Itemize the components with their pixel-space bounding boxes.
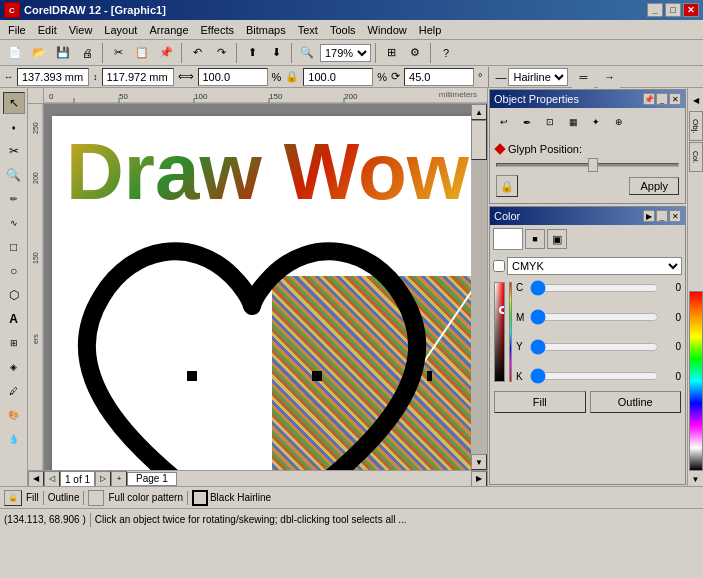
fill-button[interactable]: Fill (494, 391, 586, 413)
rect-tool[interactable]: □ (3, 236, 25, 258)
menu-help[interactable]: Help (413, 22, 448, 38)
status-icon-btn[interactable]: 🔒 (4, 490, 22, 506)
obj-props-close-btn[interactable]: ✕ (669, 93, 681, 105)
x-field[interactable] (17, 68, 89, 86)
table-tool[interactable]: ⊞ (3, 332, 25, 354)
page-next-btn[interactable]: ▷ (95, 471, 111, 487)
zoom-tool[interactable]: 🔍 (3, 164, 25, 186)
color-palette-strip[interactable] (689, 291, 703, 471)
outline-button[interactable]: Outline (590, 391, 682, 413)
menu-window[interactable]: Window (362, 22, 413, 38)
gradient-swatch-btn[interactable]: ▣ (547, 229, 567, 249)
color-close-btn[interactable]: ✕ (669, 210, 681, 222)
col-label-btn[interactable]: Col. (689, 142, 703, 172)
op-btn-1[interactable]: ↩ (493, 111, 515, 133)
redo-btn[interactable]: ↷ (210, 42, 232, 64)
obj-props-min-btn[interactable]: _ (656, 93, 668, 105)
interactive-fill[interactable]: 🎨 (3, 404, 25, 426)
hue-slider[interactable] (509, 282, 512, 382)
canvas-page[interactable]: Draw Wow (52, 116, 482, 470)
polygon-tool[interactable]: ⬡ (3, 284, 25, 306)
fr-btn-1[interactable]: ◀ (689, 90, 703, 110)
menu-arrange[interactable]: Arrange (143, 22, 194, 38)
width-field[interactable] (198, 68, 268, 86)
zoom-select[interactable]: 179% (320, 44, 371, 62)
import-btn[interactable]: ⬆ (241, 42, 263, 64)
scroll-thumb-v[interactable] (471, 120, 487, 160)
open-btn[interactable]: 📂 (28, 42, 50, 64)
menu-layout[interactable]: Layout (98, 22, 143, 38)
crop-tool[interactable]: ✂ (3, 140, 25, 162)
outline-tool[interactable]: 🖊 (3, 380, 25, 402)
save-btn[interactable]: 💾 (52, 42, 74, 64)
swatch-options-btn[interactable]: ■ (525, 229, 545, 249)
cut-btn[interactable]: ✂ (107, 42, 129, 64)
y-slider[interactable] (530, 343, 659, 351)
menu-file[interactable]: File (2, 22, 32, 38)
page-tab-item[interactable]: Page 1 (127, 472, 177, 486)
palette-down-btn[interactable]: ▼ (689, 472, 703, 486)
node-tool[interactable]: ⬧ (3, 116, 25, 138)
bezier-tool[interactable]: ∿ (3, 212, 25, 234)
apply-button[interactable]: Apply (629, 177, 679, 195)
minimize-button[interactable]: _ (647, 3, 663, 17)
copy-btn[interactable]: 📋 (131, 42, 153, 64)
canvas-background[interactable]: Draw Wow (44, 104, 487, 470)
print-btn[interactable]: 🖨 (76, 42, 98, 64)
color-min-btn[interactable]: _ (656, 210, 668, 222)
color-gradient-picker[interactable] (494, 282, 505, 382)
scroll-right-btn[interactable]: ▶ (471, 471, 487, 487)
scroll-up-btn[interactable]: ▲ (471, 104, 487, 120)
maximize-button[interactable]: □ (665, 3, 681, 17)
eyedropper-tool[interactable]: 💧 (3, 428, 25, 450)
vertical-scrollbar[interactable]: ▲ ▼ (471, 104, 487, 470)
op-btn-2[interactable]: ✒ (516, 111, 538, 133)
color-model-select[interactable]: CMYK RGB HSB (507, 257, 682, 275)
y-field[interactable] (102, 68, 174, 86)
menu-edit[interactable]: Edit (32, 22, 63, 38)
select-tool[interactable]: ↖ (3, 92, 25, 114)
menu-effects[interactable]: Effects (195, 22, 240, 38)
options-btn[interactable]: ⚙ (404, 42, 426, 64)
menu-bitmaps[interactable]: Bitmaps (240, 22, 292, 38)
hairline-select[interactable]: Hairline (508, 68, 568, 86)
c-slider[interactable] (530, 284, 659, 292)
paste-btn[interactable]: 📌 (155, 42, 177, 64)
scroll-track-v[interactable] (471, 120, 487, 454)
m-slider[interactable] (530, 313, 659, 321)
arrow-start-btn[interactable]: → (598, 66, 620, 88)
height-field[interactable] (303, 68, 373, 86)
line-style-btn[interactable]: ═ (572, 66, 594, 88)
obj-label-btn[interactable]: Obj. (689, 111, 703, 141)
op-btn-3[interactable]: ⊡ (539, 111, 561, 133)
glyph-slider-track[interactable] (496, 163, 679, 167)
lock-icon-btn[interactable]: 🔒 (496, 175, 518, 197)
glyph-slider-thumb[interactable] (588, 158, 598, 172)
freehand-tool[interactable]: ✏ (3, 188, 25, 210)
page-prev-btn[interactable]: ◁ (44, 471, 60, 487)
export-btn[interactable]: ⬇ (265, 42, 287, 64)
op-btn-6[interactable]: ⊕ (608, 111, 630, 133)
scroll-down-btn[interactable]: ▼ (471, 454, 487, 470)
menu-view[interactable]: View (63, 22, 99, 38)
heart-shape[interactable]: ✕ (72, 216, 432, 470)
text-tool[interactable]: A (3, 308, 25, 330)
op-btn-5[interactable]: ✦ (585, 111, 607, 133)
color-checkbox[interactable] (493, 260, 505, 272)
fill-tool[interactable]: ◈ (3, 356, 25, 378)
snap-btn[interactable]: ⊞ (380, 42, 402, 64)
ellipse-tool[interactable]: ○ (3, 260, 25, 282)
close-button[interactable]: ✕ (683, 3, 699, 17)
angle-field[interactable] (404, 68, 474, 86)
menu-text[interactable]: Text (292, 22, 324, 38)
menu-tools[interactable]: Tools (324, 22, 362, 38)
undo-btn[interactable]: ↶ (186, 42, 208, 64)
white-swatch[interactable] (493, 228, 523, 250)
k-slider[interactable] (530, 372, 659, 380)
page-add-btn[interactable]: + (111, 471, 127, 487)
scroll-left-btn[interactable]: ◀ (28, 471, 44, 487)
new-btn[interactable]: 📄 (4, 42, 26, 64)
zoom-in-btn[interactable]: 🔍 (296, 42, 318, 64)
obj-props-pin-btn[interactable]: 📌 (643, 93, 655, 105)
color-expand-btn[interactable]: ▶ (643, 210, 655, 222)
